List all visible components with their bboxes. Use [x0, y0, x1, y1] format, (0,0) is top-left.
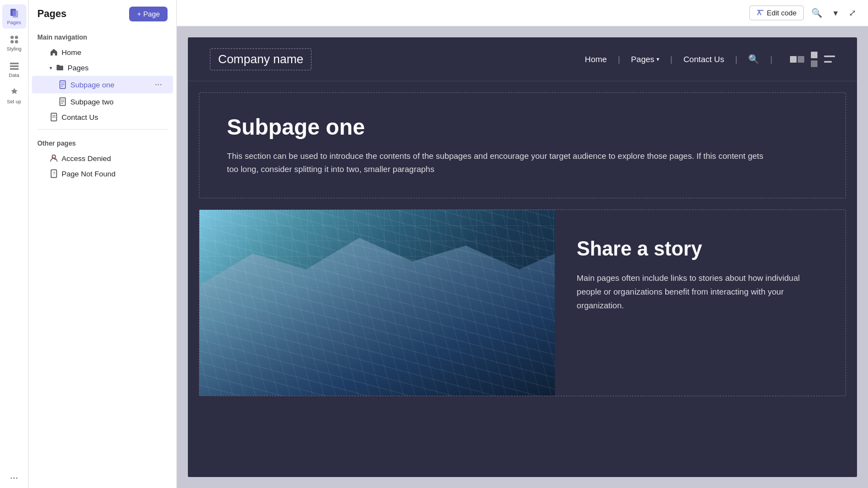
page-icon-contact	[49, 113, 58, 121]
access-denied-label: Access Denied	[62, 154, 111, 163]
main-area: Edit code 🔍 ▾ ⤢ Company name Home | Page…	[177, 0, 868, 488]
nav-separator-1: |	[618, 54, 620, 64]
sidebar-item-page-not-found[interactable]: ? Page Not Found	[32, 167, 173, 181]
setup-icon	[9, 87, 20, 98]
svg-rect-8	[10, 68, 19, 70]
preview-nav-links: Home | Pages ▾ | Contact Us | 🔍 |	[585, 52, 835, 67]
preview-nav-pages[interactable]: Pages ▾	[631, 54, 660, 64]
sidebar-item-data[interactable]: Data	[2, 57, 26, 81]
expand-icon: ⤢	[849, 8, 856, 18]
page-icon-subpage-two	[58, 97, 67, 106]
subpage-two-label: Subpage two	[70, 98, 114, 106]
other-pages-label: Other pages	[29, 134, 176, 151]
icon-rail-label-setup: Set up	[7, 99, 21, 104]
home-label: Home	[62, 48, 81, 57]
sidebar-item-setup[interactable]: Set up	[2, 84, 26, 108]
icon-dash-1	[824, 56, 835, 57]
svg-rect-1	[13, 10, 18, 18]
search-icon[interactable]: 🔍	[748, 54, 759, 64]
preview-story-body: Main pages often include links to storie…	[577, 271, 824, 312]
preview-company-name: Company name	[210, 48, 311, 70]
user-icon-access	[49, 154, 58, 163]
expand-button[interactable]: ⤢	[845, 5, 859, 20]
icon-block-3	[824, 54, 835, 64]
nav-separator-3: |	[735, 54, 737, 64]
edit-code-icon	[756, 9, 764, 17]
icon-rail-label-data: Data	[9, 73, 19, 78]
preview-story-image	[199, 210, 555, 396]
zoom-in-button[interactable]: 🔍	[808, 5, 826, 20]
nav-separator-2: |	[670, 54, 672, 64]
icon-block-1	[790, 56, 804, 63]
nav-separator-4: |	[770, 54, 772, 64]
icon-rail-label-styling: Styling	[7, 46, 21, 52]
preview-story-text: Share a story Main pages often include l…	[555, 210, 845, 396]
svg-rect-6	[10, 63, 19, 64]
main-nav-label: Main navigation	[29, 28, 176, 45]
icon-sq-4	[811, 60, 817, 67]
chevron-down-icon: ▾	[49, 65, 52, 71]
preview-section-title: Subpage one	[227, 115, 818, 140]
edit-code-label: Edit code	[767, 9, 797, 17]
sidebar-item-contact-us[interactable]: Contact Us	[32, 110, 173, 124]
icon-sq-1	[790, 56, 797, 63]
subpage-one-label: Subpage one	[70, 81, 114, 89]
sidebar-item-subpage-one[interactable]: Subpage one ···	[32, 76, 173, 93]
chevron-down-icon-zoom: ▾	[833, 8, 838, 18]
building-texture	[199, 210, 555, 396]
page-icon-not-found: ?	[49, 169, 58, 178]
preview-section-subpage-one: Subpage one This section can be used to …	[199, 92, 846, 198]
icon-sq-2	[798, 56, 804, 63]
sidebar-item-pages[interactable]: Pages	[2, 4, 26, 29]
sidebar-item-home[interactable]: Home	[32, 45, 173, 59]
styling-icon	[9, 34, 20, 45]
svg-rect-7	[10, 65, 19, 67]
icon-sq-3	[811, 52, 817, 58]
more-icon: ...	[5, 465, 23, 485]
preview-story-title: Share a story	[577, 237, 824, 260]
pages-icon	[9, 8, 20, 19]
zoom-in-icon: 🔍	[811, 8, 822, 18]
sidebar-item-subpage-two[interactable]: Subpage two	[32, 95, 173, 109]
sidebar-item-styling[interactable]: Styling	[2, 31, 26, 55]
icon-dash-2	[824, 61, 832, 63]
sidebar-title: Pages	[37, 8, 66, 20]
svg-text:?: ?	[53, 171, 55, 176]
more-button-subpage-one[interactable]: ···	[153, 79, 164, 91]
folder-icon	[55, 63, 64, 72]
svg-point-2	[10, 36, 14, 39]
sidebar-panel: Pages + Page Main navigation Home ▾ Page…	[29, 0, 177, 488]
sidebar-item-pages-folder[interactable]: ▾ Pages	[32, 60, 173, 75]
preview-nav-home[interactable]: Home	[585, 54, 607, 64]
pages-folder-label: Pages	[68, 64, 88, 72]
sidebar-divider	[37, 129, 168, 130]
add-page-button[interactable]: + Page	[129, 7, 168, 21]
data-icon	[9, 60, 20, 71]
svg-point-5	[15, 40, 18, 43]
page-icon-subpage-one	[58, 80, 67, 89]
add-page-label: + Page	[137, 10, 160, 18]
preview-nav-contact[interactable]: Contact Us	[683, 54, 724, 64]
edit-code-button[interactable]: Edit code	[749, 5, 804, 20]
nav-pages-dropdown-icon: ▾	[656, 56, 659, 62]
page-not-found-label: Page Not Found	[62, 170, 115, 178]
icon-rail-label: Pages	[7, 20, 21, 25]
icon-block-2	[811, 52, 817, 67]
svg-point-3	[15, 36, 18, 39]
preview-navbar: Company name Home | Pages ▾ | Contact Us…	[188, 37, 857, 81]
toolbar: Edit code 🔍 ▾ ⤢	[177, 0, 868, 26]
sidebar-item-access-denied[interactable]: Access Denied	[32, 151, 173, 165]
preview-nav-icons	[790, 52, 835, 67]
preview-section-body: This section can be used to introduce th…	[227, 149, 765, 176]
zoom-out-button[interactable]: ▾	[830, 5, 841, 20]
contact-us-label: Contact Us	[62, 113, 98, 121]
preview-story-section: Share a story Main pages often include l…	[199, 209, 846, 396]
svg-point-4	[10, 40, 14, 43]
preview-frame: Company name Home | Pages ▾ | Contact Us…	[188, 37, 857, 477]
icon-rail: Pages Styling Data Set up ...	[0, 0, 29, 488]
icon-rail-more[interactable]: ...	[5, 470, 23, 481]
home-icon	[49, 48, 58, 57]
preview-area[interactable]: Company name Home | Pages ▾ | Contact Us…	[177, 26, 868, 488]
sidebar-header: Pages + Page	[29, 7, 176, 28]
